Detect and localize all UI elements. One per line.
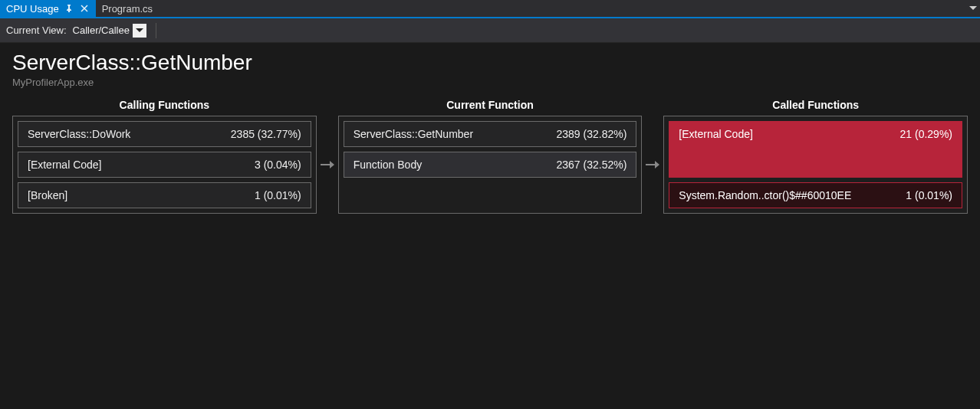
current-panel: ServerClass::GetNumber 2389 (32.82%) Fun… bbox=[338, 116, 643, 214]
tabs-overflow-icon[interactable] bbox=[966, 0, 980, 17]
current-item[interactable]: Function Body 2367 (32.52%) bbox=[344, 152, 637, 178]
calling-column: Calling Functions ServerClass::DoWork 23… bbox=[12, 99, 317, 214]
function-name: System.Random..ctor()$##60010EE bbox=[679, 189, 851, 201]
current-header: Current Function bbox=[338, 99, 643, 111]
tab-label: Program.cs bbox=[102, 3, 153, 15]
content: ServerClass::GetNumber MyProfilerApp.exe… bbox=[0, 43, 980, 226]
arrow-right-icon bbox=[646, 159, 659, 172]
toolbar: Current View: Caller/Callee bbox=[0, 18, 980, 43]
current-view-value: Caller/Callee bbox=[71, 25, 133, 36]
function-value: 2367 (32.52%) bbox=[557, 159, 627, 171]
tab-program-cs[interactable]: Program.cs bbox=[96, 0, 159, 17]
called-header: Called Functions bbox=[663, 99, 968, 111]
function-value: 3 (0.04%) bbox=[255, 159, 301, 171]
current-view-select[interactable]: Caller/Callee bbox=[71, 22, 146, 39]
chevron-down-icon[interactable] bbox=[133, 24, 146, 38]
calling-panel: ServerClass::DoWork 2385 (32.77%) [Exter… bbox=[12, 116, 317, 214]
function-name: ServerClass::DoWork bbox=[28, 128, 130, 140]
function-name: [External Code] bbox=[28, 159, 102, 171]
tab-spacer bbox=[159, 0, 966, 17]
called-item[interactable]: System.Random..ctor()$##60010EE 1 (0.01%… bbox=[669, 182, 962, 208]
page-title: ServerClass::GetNumber bbox=[12, 51, 968, 75]
columns: Calling Functions ServerClass::DoWork 23… bbox=[12, 99, 968, 214]
arrow-right-icon bbox=[321, 159, 334, 172]
calling-item[interactable]: [External Code] 3 (0.04%) bbox=[18, 152, 311, 178]
current-view-label: Current View: bbox=[6, 25, 67, 36]
arrow-col bbox=[642, 99, 663, 214]
called-panel: [External Code] 21 (0.29%) System.Random… bbox=[663, 116, 968, 214]
current-item[interactable]: ServerClass::GetNumber 2389 (32.82%) bbox=[344, 121, 637, 147]
arrow-col bbox=[317, 99, 338, 214]
tab-cpu-usage[interactable]: CPU Usage bbox=[0, 0, 96, 17]
function-value: 21 (0.29%) bbox=[900, 128, 952, 140]
function-name: [Broken] bbox=[28, 189, 67, 201]
function-name: [External Code] bbox=[679, 128, 753, 140]
function-name: Function Body bbox=[354, 159, 423, 171]
close-icon[interactable] bbox=[79, 3, 90, 14]
function-value: 1 (0.01%) bbox=[906, 189, 952, 201]
current-column: Current Function ServerClass::GetNumber … bbox=[338, 99, 643, 214]
function-value: 2385 (32.77%) bbox=[231, 128, 301, 140]
function-name: ServerClass::GetNumber bbox=[354, 128, 473, 140]
toolbar-separator bbox=[156, 23, 156, 38]
called-column: Called Functions [External Code] 21 (0.2… bbox=[663, 99, 968, 214]
calling-item[interactable]: [Broken] 1 (0.01%) bbox=[18, 182, 311, 208]
calling-item[interactable]: ServerClass::DoWork 2385 (32.77%) bbox=[18, 121, 311, 147]
called-item[interactable]: [External Code] 21 (0.29%) bbox=[669, 121, 962, 178]
function-value: 2389 (32.82%) bbox=[557, 128, 627, 140]
calling-header: Calling Functions bbox=[12, 99, 317, 111]
tab-bar: CPU Usage Program.cs bbox=[0, 0, 980, 18]
pin-icon[interactable] bbox=[64, 3, 74, 14]
tab-label: CPU Usage bbox=[6, 3, 59, 15]
page-subtitle: MyProfilerApp.exe bbox=[12, 77, 968, 88]
function-value: 1 (0.01%) bbox=[255, 189, 301, 201]
